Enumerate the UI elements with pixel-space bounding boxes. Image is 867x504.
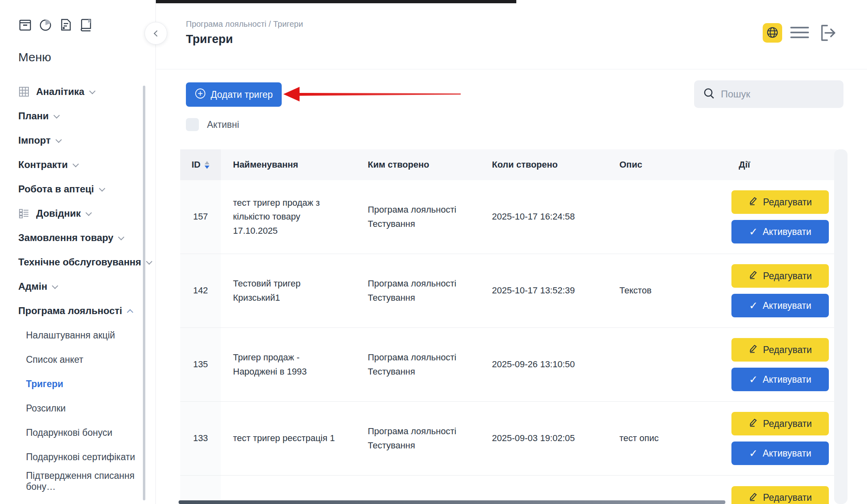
breadcrumb[interactable]: Програма лояльності / Тригери <box>186 19 303 29</box>
vertical-scrollbar[interactable] <box>834 149 848 504</box>
horizontal-scrollbar[interactable] <box>179 500 725 504</box>
sidebar-item-robota-v-apteci[interactable]: Робота в аптеці <box>0 177 156 201</box>
sidebar-item-kontrakty[interactable]: Контракти <box>0 153 156 177</box>
active-checkbox-label: Активні <box>207 119 239 130</box>
cell-name: тест тригер продаж з кількістю товару 17… <box>233 196 336 237</box>
page-title: Тригери <box>186 32 233 46</box>
cell-name: Тестовий тригер Кризський1 <box>233 277 336 304</box>
pie-chart-icon[interactable] <box>39 18 52 33</box>
book-icon[interactable] <box>79 18 93 33</box>
cell-created: 2025-10-17 16:24:58 <box>484 180 611 254</box>
sidebar-subitem-podarunkovi-sertyfikaty[interactable]: Подарункові сертифікати <box>0 445 156 469</box>
sidebar-item-analitika[interactable]: Аналітика <box>0 80 156 104</box>
sidebar-item-label: Налаштування акцій <box>26 330 115 341</box>
sidebar-subitem-rozsylky[interactable]: Розсилки <box>0 396 156 420</box>
sidebar: Меню Аналітика Плани Імпорт Контракти Ро… <box>0 0 156 504</box>
cell-name: тест тригер реєстрація 1 <box>233 431 335 445</box>
chevron-up-icon <box>127 309 134 315</box>
sidebar-item-label: Імпорт <box>18 135 51 146</box>
cell-description: Текстов <box>611 254 731 327</box>
sidebar-item-label: Підтвердження списання бону… <box>26 470 156 492</box>
activate-button[interactable]: ✓Активувати <box>731 294 829 317</box>
cell-name: Тригер продаж - Народжені в 1993 <box>233 351 336 378</box>
globe-icon <box>766 26 779 40</box>
cell-id: 157 <box>180 180 221 254</box>
menu-icon[interactable] <box>790 27 809 38</box>
sidebar-scrollbar[interactable] <box>143 86 145 500</box>
pencil-icon <box>748 492 758 504</box>
sidebar-item-label: Аналітика <box>36 86 84 97</box>
sidebar-item-label: Довідник <box>36 208 81 219</box>
sidebar-item-label: Робота в аптеці <box>18 183 94 195</box>
document-icon[interactable] <box>59 18 73 33</box>
edit-button[interactable]: Редагувати <box>731 486 829 504</box>
header-divider <box>156 69 867 69</box>
pencil-icon <box>748 196 758 208</box>
edit-button[interactable]: Редагувати <box>731 264 829 288</box>
sidebar-item-tehnichne-obslugovuvannya[interactable]: Технічне обслуговування <box>0 250 156 274</box>
list-icon <box>18 208 30 219</box>
table-row: 142 Тестовий тригер Кризський1 Програма … <box>180 254 839 328</box>
logout-icon[interactable] <box>819 24 838 42</box>
sidebar-item-label: Програма лояльності <box>18 305 122 317</box>
sidebar-item-import[interactable]: Імпорт <box>0 128 156 153</box>
sidebar-subitem-nalashtuvannya-akciy[interactable]: Налаштування акцій <box>0 323 156 347</box>
sidebar-item-label: Подарункові бонуси <box>26 427 112 438</box>
chevron-down-icon <box>118 234 125 240</box>
sidebar-item-programa-loyalnosti[interactable]: Програма лояльності <box>0 299 156 323</box>
chevron-down-icon <box>146 258 153 265</box>
check-icon: ✓ <box>749 448 758 459</box>
annotation-arrow <box>280 83 463 104</box>
grid-icon <box>18 86 30 97</box>
add-trigger-button[interactable]: Додати тригер <box>186 82 282 107</box>
sidebar-subitem-spysok-anket[interactable]: Список анкет <box>0 347 156 372</box>
edit-button[interactable]: Редагувати <box>731 338 829 362</box>
chevron-down-icon <box>54 112 60 118</box>
table-row: 135 Тригер продаж - Народжені в 1993 Про… <box>180 328 839 402</box>
add-trigger-label: Додати тригер <box>211 89 273 100</box>
table-row: 157 тест тригер продаж з кількістю товар… <box>180 180 839 254</box>
column-header-id[interactable]: ID <box>180 149 221 180</box>
sidebar-item-admin[interactable]: Адмін <box>0 274 156 299</box>
sidebar-item-label: Замовлення товару <box>18 232 113 243</box>
activate-button[interactable]: ✓Активувати <box>731 442 829 465</box>
sidebar-item-label: Тригери <box>26 379 63 390</box>
cell-created: 2025-10-17 13:52:39 <box>484 254 611 327</box>
edit-button[interactable]: Редагувати <box>731 190 829 214</box>
pencil-icon <box>748 418 758 430</box>
cell-description <box>611 476 731 504</box>
sidebar-item-label: Розсилки <box>26 403 66 414</box>
chevron-down-icon <box>55 136 62 143</box>
sidebar-item-label: Подарункові сертифікати <box>26 452 135 463</box>
search-input[interactable] <box>721 88 826 100</box>
sidebar-title: Меню <box>18 50 51 64</box>
archive-icon[interactable] <box>18 18 32 33</box>
sidebar-subitem-trygery[interactable]: Тригери <box>0 372 156 396</box>
cell-id: 133 <box>180 402 221 475</box>
pencil-icon <box>748 270 758 282</box>
chevron-down-icon <box>73 161 79 167</box>
edit-button[interactable]: Редагувати <box>731 412 829 435</box>
sort-icon[interactable] <box>205 161 209 169</box>
search-icon <box>703 87 715 101</box>
chevron-left-icon <box>153 30 160 37</box>
sidebar-item-plany[interactable]: Плани <box>0 104 156 128</box>
sidebar-item-dovidnyk[interactable]: Довідник <box>0 201 156 226</box>
sidebar-item-zamovlennya-tovaru[interactable]: Замовлення товару <box>0 226 156 250</box>
activate-button[interactable]: ✓Активувати <box>731 220 829 243</box>
sidebar-subitem-pidtverdzhennya-spysannya[interactable]: Підтвердження списання бону… <box>0 469 156 493</box>
sidebar-collapse-button[interactable] <box>144 22 167 45</box>
sidebar-item-label: Технічне обслуговування <box>18 256 141 268</box>
active-checkbox[interactable] <box>186 118 199 131</box>
cell-description: тест опис <box>611 402 731 475</box>
column-header-creator: Ким створено <box>360 149 484 180</box>
cell-creator: Програма лояльності Тестування <box>368 351 465 378</box>
search-box[interactable] <box>694 80 843 108</box>
language-button[interactable] <box>763 23 782 43</box>
active-filter: Активні <box>186 118 239 131</box>
cell-created: 2025-09-26 13:10:50 <box>484 328 611 401</box>
activate-button[interactable]: ✓Активувати <box>731 368 829 391</box>
check-icon: ✓ <box>749 374 758 385</box>
sidebar-subitem-podarunkovi-bonusy[interactable]: Подарункові бонуси <box>0 420 156 445</box>
chevron-down-icon <box>99 185 105 192</box>
